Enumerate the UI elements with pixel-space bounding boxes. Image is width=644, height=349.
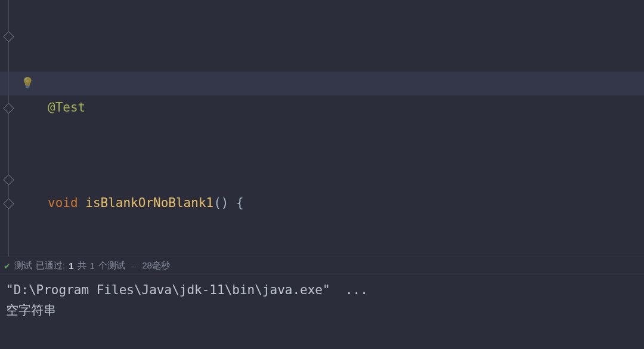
code-area[interactable]: @Test void isBlankOrNoBlank1() { VUtils.… bbox=[18, 0, 644, 257]
status-total-prefix: 共 bbox=[78, 260, 86, 271]
output-line: 空字符串 bbox=[6, 300, 638, 320]
keyword-void: void bbox=[48, 191, 78, 215]
status-label-passed: 已通过: bbox=[36, 260, 65, 271]
code-line[interactable]: void isBlankOrNoBlank1() { bbox=[48, 191, 644, 215]
code-editor[interactable]: 💡 @Test void isBlankOrNoBlank1() { VUtil… bbox=[0, 0, 644, 257]
fold-toggle-icon[interactable] bbox=[3, 103, 14, 113]
status-label-test: 测试 bbox=[14, 260, 32, 271]
test-status-bar: ✔ 测试 已通过: 1共 1 个测试 – 28毫秒 bbox=[0, 257, 644, 275]
status-time: 28毫秒 bbox=[142, 260, 170, 271]
gutter bbox=[0, 0, 18, 257]
parentheses: () bbox=[213, 191, 228, 215]
caret-line-highlight bbox=[0, 72, 644, 95]
fold-toggle-icon[interactable] bbox=[3, 198, 14, 209]
fold-toggle-icon[interactable] bbox=[3, 174, 14, 185]
status-count-total: 1 bbox=[90, 261, 95, 271]
check-icon: ✔ bbox=[4, 261, 11, 271]
console-output[interactable]: "D:\Program Files\Java\jdk-11\bin\java.e… bbox=[0, 275, 644, 320]
separator: – bbox=[131, 261, 136, 271]
run-console-panel: ✔ 测试 已通过: 1共 1 个测试 – 28毫秒 "D:\Program Fi… bbox=[0, 257, 644, 349]
annotation: @Test bbox=[48, 95, 85, 119]
fold-toggle-icon[interactable] bbox=[3, 31, 14, 42]
status-count-passed: 1 bbox=[69, 261, 73, 271]
brace-open: { bbox=[228, 191, 243, 215]
method-name: isBlankOrNoBlank1 bbox=[85, 191, 213, 215]
output-line: "D:\Program Files\Java\jdk-11\bin\java.e… bbox=[6, 280, 638, 300]
code-line[interactable]: @Test bbox=[48, 95, 644, 119]
status-total-suffix: 个测试 bbox=[98, 260, 125, 271]
